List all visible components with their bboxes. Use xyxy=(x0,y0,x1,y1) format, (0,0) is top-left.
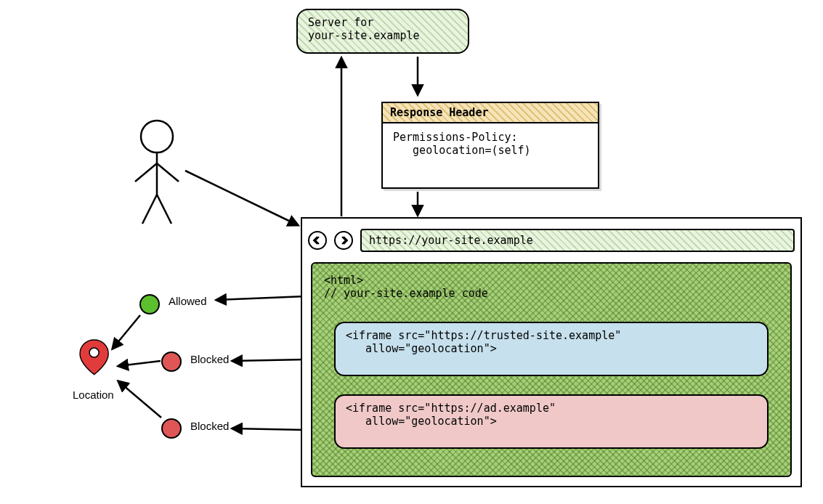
svg-line-14 xyxy=(118,361,161,366)
svg-line-6 xyxy=(185,171,298,225)
location-label: Location xyxy=(73,389,114,401)
browser-viewport: <html> // your-site.example code <iframe… xyxy=(311,262,792,477)
svg-line-4 xyxy=(142,195,157,224)
response-header-body: Permissions-Policy: geolocation=(self) xyxy=(383,123,598,164)
forward-icon[interactable] xyxy=(334,231,353,250)
status-label-blocked-2: Blocked xyxy=(190,420,229,432)
status-label-blocked-1: Blocked xyxy=(190,353,229,365)
diagram-stage: Server for your-site.example Response He… xyxy=(0,0,823,504)
status-dot-blocked-1 xyxy=(161,351,182,372)
server-label: Server for your-site.example xyxy=(308,16,458,42)
iframe-trusted-box: <iframe src="https://trusted-site.exampl… xyxy=(334,322,769,376)
address-bar-url: https://your-site.example xyxy=(369,234,533,247)
svg-line-13 xyxy=(113,315,140,349)
user-icon xyxy=(135,121,179,224)
address-bar[interactable]: https://your-site.example xyxy=(360,229,795,252)
svg-point-16 xyxy=(89,348,99,357)
status-label-allowed: Allowed xyxy=(169,295,207,307)
svg-line-11 xyxy=(232,359,305,361)
location-pin-icon xyxy=(80,340,108,375)
browser-window: https://your-site.example <html> // your… xyxy=(301,217,802,487)
page-source-snippet: <html> // your-site.example code xyxy=(324,274,488,300)
svg-line-2 xyxy=(135,163,157,182)
svg-point-0 xyxy=(141,121,173,153)
svg-line-12 xyxy=(232,428,305,430)
iframe-ad-box: <iframe src="https://ad.example" allow="… xyxy=(334,394,769,449)
svg-line-5 xyxy=(157,195,171,224)
status-dot-allowed xyxy=(139,294,160,314)
svg-line-3 xyxy=(157,163,179,182)
svg-line-10 xyxy=(216,296,305,300)
svg-line-15 xyxy=(118,381,161,418)
server-box: Server for your-site.example xyxy=(296,9,469,54)
response-header-title: Response Header xyxy=(383,103,598,123)
status-dot-blocked-2 xyxy=(161,418,182,439)
browser-toolbar: https://your-site.example xyxy=(308,226,795,255)
response-header-card: Response Header Permissions-Policy: geol… xyxy=(381,102,599,189)
back-icon[interactable] xyxy=(308,231,327,250)
